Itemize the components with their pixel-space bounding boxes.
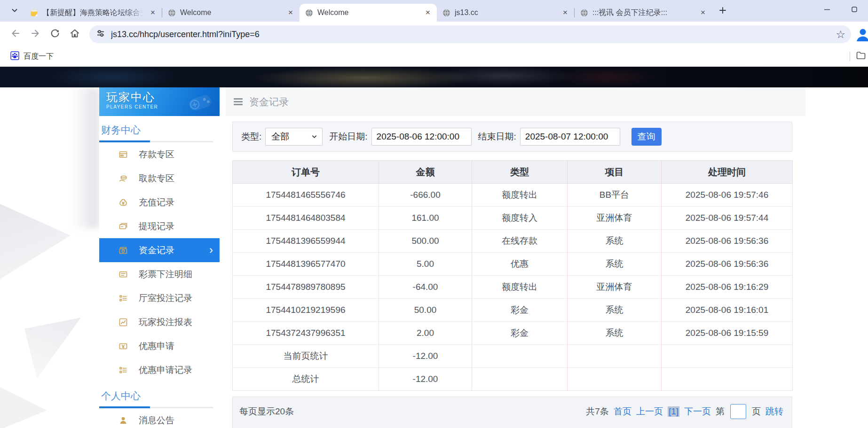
tab-search-button[interactable] <box>7 3 23 19</box>
reload-button[interactable] <box>47 26 63 43</box>
sidebar-item-message-notice[interactable]: 消息公告 <box>99 408 220 428</box>
sidebar-item-label: 取款专区 <box>139 172 174 185</box>
sidebar-item-withdraw-hand[interactable]: 取款专区 <box>99 166 220 190</box>
sidebar-header: 玩家中心 PLAYERS CENTER <box>99 87 220 116</box>
forward-button[interactable] <box>27 26 44 43</box>
prev-page-link[interactable]: 上一页 <box>636 405 663 418</box>
profile-avatar[interactable] <box>855 27 868 42</box>
sidebar-item-lottery-detail[interactable]: 彩票下注明细 <box>99 262 220 286</box>
tab-title: :::视讯 会员下注纪录::: <box>592 8 694 18</box>
next-page-link[interactable]: 下一页 <box>684 405 711 418</box>
tab-close-icon[interactable]: × <box>423 8 433 18</box>
chevron-down-icon <box>11 7 18 16</box>
folder-icon[interactable] <box>856 50 866 62</box>
sidebar-item-label: 消息公告 <box>139 414 174 427</box>
promo-apply-icon <box>118 342 128 351</box>
sidebar: 玩家中心 PLAYERS CENTER 财务中心存款专区取款专区充值记录提现记录… <box>99 87 220 428</box>
total-count-text: 共7条 <box>586 405 609 418</box>
table-cell: 1754478989780895 <box>233 276 379 299</box>
player-report-icon <box>118 318 128 327</box>
start-date-input[interactable] <box>371 128 472 146</box>
back-button[interactable] <box>7 26 24 43</box>
tab-close-icon[interactable]: × <box>698 8 708 18</box>
table-cell: 彩金 <box>472 322 568 345</box>
summary-row: 当前页统计-12.00 <box>233 345 793 368</box>
sidebar-menu: 财务中心存款专区取款专区充值记录提现记录资金记录›彩票下注明细厅室投注记录玩家投… <box>99 116 220 428</box>
jump-suffix-label: 页 <box>752 405 761 418</box>
tab-close-icon[interactable]: × <box>148 8 158 18</box>
type-select[interactable]: 全部 <box>265 128 323 146</box>
page-title: 资金记录 <box>249 95 289 109</box>
page-title-band: 资金记录 <box>226 87 805 116</box>
table-cell: 1754481396559944 <box>233 230 379 253</box>
sidebar-section-title: 财务中心 <box>99 116 220 141</box>
new-tab-button[interactable] <box>715 3 731 19</box>
withdraw-record-icon <box>118 222 128 231</box>
table-cell: 1754481464803584 <box>233 207 379 230</box>
sidebar-item-promo-record[interactable]: 优惠申请记录 <box>99 358 220 382</box>
sidebar-item-label: 优惠申请记录 <box>139 364 192 376</box>
first-page-link[interactable]: 首页 <box>614 405 631 418</box>
promo-record-icon <box>118 366 128 375</box>
sidebar-item-hall-bet-record[interactable]: 厅室投注记录 <box>99 286 220 310</box>
sidebar-item-player-report[interactable]: 玩家投注报表 <box>99 310 220 334</box>
home-button[interactable] <box>66 26 83 43</box>
maximize-button[interactable] <box>841 0 868 21</box>
table-header: 订单号金额类型项目处理时间 <box>233 161 793 184</box>
globe-favicon-icon <box>442 9 450 17</box>
table-cell: 2025-08-06 19:56:36 <box>662 253 793 276</box>
filter-bar: 类型: 全部 开始日期: 结束日期: 查询 <box>232 122 792 152</box>
start-date-label: 开始日期: <box>329 131 367 143</box>
table-cell <box>472 345 568 368</box>
summary-row: 总统计-12.00 <box>233 368 793 391</box>
column-header: 类型 <box>472 161 568 184</box>
deposit-card-icon <box>118 150 128 159</box>
sidebar-section-title: 个人中心 <box>99 382 220 407</box>
table-row: 17543724379963512.00彩金系统2025-08-06 19:15… <box>233 322 793 345</box>
sidebar-item-label: 优惠申请 <box>139 340 174 352</box>
sidebar-item-label: 厅室投注记录 <box>139 292 192 304</box>
end-date-input[interactable] <box>520 128 620 146</box>
column-header: 订单号 <box>233 161 379 184</box>
pagination-controls: 共7条 首页 上一页 [1] 下一页 第 页 跳转 <box>586 404 783 419</box>
bookmarks-right <box>850 47 868 66</box>
jump-prefix-label: 第 <box>716 405 725 418</box>
jump-link[interactable]: 跳转 <box>765 405 783 418</box>
tab-close-icon[interactable]: × <box>285 8 296 18</box>
table-cell: 2025-08-06 19:15:59 <box>662 322 793 345</box>
site-info-icon[interactable] <box>96 29 105 40</box>
table-cell: 1754372437996351 <box>233 322 379 345</box>
search-button[interactable]: 查询 <box>631 128 662 146</box>
browser-toolbar: js13.cc/hhcp/usercenter.html?iniType=6 ☆ <box>0 22 868 47</box>
bookmark-star-icon[interactable]: ☆ <box>836 29 845 40</box>
withdraw-hand-icon <box>118 174 128 183</box>
tab-4[interactable]: :::视讯 会员下注纪录:::× <box>575 4 712 22</box>
bookmark-label: 百度一下 <box>24 52 54 62</box>
plus-icon <box>719 7 726 16</box>
tab-0[interactable]: 【新提醒】海燕策略论坛综合交× <box>24 4 162 22</box>
table-cell: 系统 <box>568 322 662 345</box>
table-cell <box>662 345 793 368</box>
tab-3[interactable]: js13.cc× <box>437 4 574 22</box>
sidebar-item-fund-record[interactable]: 资金记录› <box>99 238 220 262</box>
table-cell: 总统计 <box>233 368 379 391</box>
pagination-bar: 每页显示20条 共7条 首页 上一页 [1] 下一页 第 页 跳转 <box>232 397 792 428</box>
table-cell: -64.00 <box>379 276 472 299</box>
sidebar-item-recharge-bag[interactable]: 充值记录 <box>99 190 220 214</box>
sidebar-item-deposit-card[interactable]: 存款专区 <box>99 142 220 166</box>
bookmark-baidu[interactable]: 百度一下 <box>7 49 57 64</box>
bookmarks-bar: 百度一下 <box>0 47 868 66</box>
page-jump-input[interactable] <box>730 404 746 419</box>
tab-close-icon[interactable]: × <box>560 8 570 18</box>
table-cell: 161.00 <box>379 207 472 230</box>
bookmarks-divider <box>850 52 850 61</box>
minimize-button[interactable] <box>813 0 841 21</box>
sidebar-item-promo-apply[interactable]: 优惠申请 <box>99 334 220 358</box>
address-bar[interactable]: js13.cc/hhcp/usercenter.html?iniType=6 ☆ <box>89 25 851 43</box>
column-header: 金额 <box>379 161 472 184</box>
tab-2-active[interactable]: Welcome× <box>300 4 437 22</box>
url-text[interactable]: js13.cc/hhcp/usercenter.html?iniType=6 <box>111 30 830 39</box>
sidebar-item-withdraw-record[interactable]: 提现记录 <box>99 214 220 238</box>
table-cell: -12.00 <box>379 368 472 391</box>
tab-1[interactable]: Welcome× <box>162 4 300 22</box>
